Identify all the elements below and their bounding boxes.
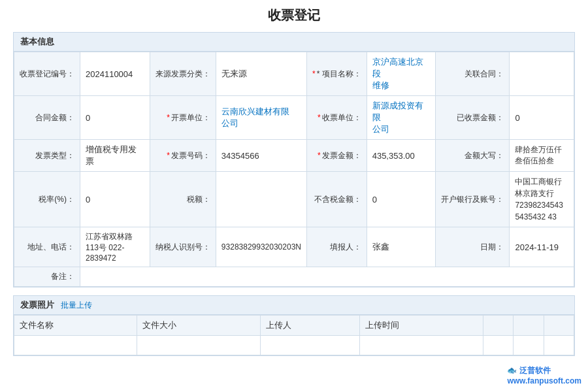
col-action3 [544,316,574,336]
label-no-tax-amount: 不含税金额： [306,172,367,227]
file-cell [514,336,544,355]
label-project-name: ** 项目名称： [306,52,367,96]
basic-info-section: 基本信息 收票登记编号： 2024110004 来源发票分类： 无来源 ** 项… [13,32,575,287]
value-source-invoice: 无来源 [216,52,306,96]
table-row: 税率(%)： 0 税额： 不含税金额： 0 开户银行及账号： 中国工商银行林京路… [14,172,574,227]
file-empty-row [14,336,574,355]
table-row: 收票登记编号： 2024110004 来源发票分类： 无来源 ** 项目名称： … [14,52,574,96]
col-upload-time: 上传时间 [360,316,483,336]
value-billing-unit: 云南欣兴建材有限公司 [216,96,306,140]
photo-section: 发票照片 批量上传 文件名称 文件大小 上传人 上传时间 [13,295,575,356]
value-tax-amount [216,172,306,227]
value-filler: 张鑫 [367,227,436,267]
col-filename: 文件名称 [14,316,137,336]
value-project-name: 京沪高速北京段维修 [367,52,436,96]
file-table: 文件名称 文件大小 上传人 上传时间 [14,315,574,355]
watermark-url: www.fanpusoft.com [507,376,581,385]
value-received-amount: 0 [510,96,574,140]
file-cell [260,336,360,355]
file-table-header-row: 文件名称 文件大小 上传人 上传时间 [14,316,574,336]
col-action1 [483,316,513,336]
file-cell [14,336,137,355]
value-invoice-amount: 435,353.00 [367,140,436,172]
value-address-phone: 江苏省双林路113号 022-2839472 [80,227,150,267]
value-contract-amount: 0 [80,96,150,140]
value-bank-account: 中国工商银行林京路支行723982345435435432 43 [510,172,574,227]
label-invoice-type: 发票类型： [14,140,80,172]
label-invoice-amount: *发票金额： [306,140,367,172]
col-filesize: 文件大小 [137,316,260,336]
table-row-remarks: 备注： [14,267,574,287]
label-billing-unit: *开票单位： [150,96,216,140]
basic-info-table: 收票登记编号： 2024110004 来源发票分类： 无来源 ** 项目名称： … [14,52,574,287]
label-remarks: 备注： [14,267,80,287]
value-date: 2024-11-19 [510,227,574,267]
label-receipt-unit: *收票单位： [306,96,367,140]
value-no-tax-amount: 0 [367,172,436,227]
file-cell [544,336,574,355]
value-amount-uppercase: 肆拾叁万伍仟叁佰伍拾叁 [510,140,574,172]
label-received-amount: 已收票金额： [436,96,510,140]
page-wrapper: 收票登记 基本信息 收票登记编号： 2024110004 来源发票分类： 无来源… [0,0,588,392]
col-uploader: 上传人 [260,316,360,336]
basic-info-header: 基本信息 [14,33,574,52]
value-invoice-type: 增值税专用发票 [80,140,150,172]
table-row: 合同金额： 0 *开票单位： 云南欣兴建材有限公司 *收票单位： 新源成投资有限… [14,96,574,140]
watermark-icon: 🐟 [507,366,517,375]
label-address-phone: 地址、电话： [14,227,80,267]
label-registration-no: 收票登记编号： [14,52,80,96]
required-star-invoice-no: * [167,151,170,160]
required-star-billing: * [167,113,170,122]
label-taxpayer-id: 纳税人识别号： [150,227,216,267]
file-cell [483,336,513,355]
photo-section-header: 发票照片 批量上传 [14,296,574,315]
label-contract-amount: 合同金额： [14,96,80,140]
page-title: 收票登记 [13,7,575,24]
watermark: 🐟 泛普软件 www.fanpusoft.com [507,365,581,385]
batch-upload-link[interactable]: 批量上传 [61,300,92,311]
value-taxpayer-id: 93283829932030203N [216,227,306,267]
value-registration-no: 2024110004 [80,52,150,96]
basic-info-label: 基本信息 [20,36,54,48]
file-cell [360,336,483,355]
table-row: 发票类型： 增值税专用发票 *发票号码： 34354566 *发票金额： 435… [14,140,574,172]
photo-section-label: 发票照片 [20,299,54,311]
label-tax-amount: 税额： [150,172,216,227]
required-star-receipt: * [318,113,321,122]
label-related-contract: 关联合同： [436,52,510,96]
table-row: 地址、电话： 江苏省双林路113号 022-2839472 纳税人识别号： 93… [14,227,574,267]
required-star: * [312,69,316,78]
label-bank-account: 开户银行及账号： [436,172,510,227]
label-invoice-no: *发票号码： [150,140,216,172]
label-amount-uppercase: 金额大写： [436,140,510,172]
watermark-brand: 泛普软件 [519,366,551,375]
receipt-unit-link[interactable]: 新源成投资有限公司 [372,101,423,134]
required-star-invoice-amount: * [318,151,321,160]
value-related-contract [510,52,574,96]
billing-unit-link[interactable]: 云南欣兴建材有限公司 [221,106,289,128]
label-date: 日期： [436,227,510,267]
label-filler: 填报人： [306,227,367,267]
file-cell [137,336,260,355]
label-tax-rate: 税率(%)： [14,172,80,227]
value-tax-rate: 0 [80,172,150,227]
value-invoice-no: 34354566 [216,140,306,172]
project-name-link[interactable]: 京沪高速北京段维修 [372,57,423,90]
value-receipt-unit: 新源成投资有限公司 [367,96,436,140]
col-action2 [514,316,544,336]
label-source-invoice: 来源发票分类： [150,52,216,96]
value-remarks [80,267,574,287]
